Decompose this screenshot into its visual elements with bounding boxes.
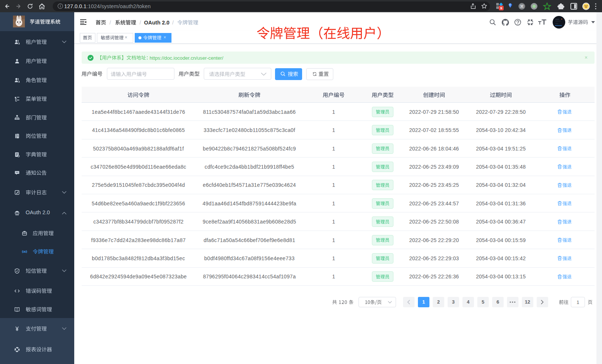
svg-text:⌘: ⌘ <box>520 4 524 9</box>
svg-text:9: 9 <box>500 6 502 10</box>
